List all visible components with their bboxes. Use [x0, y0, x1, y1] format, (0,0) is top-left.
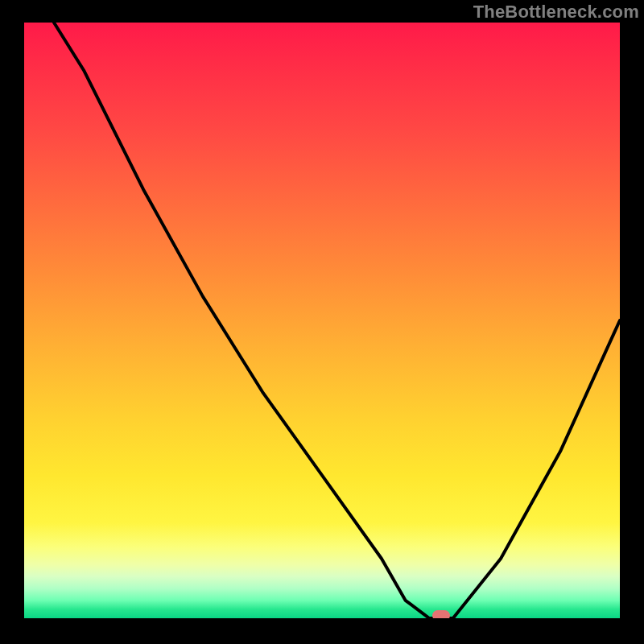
- optimal-point-marker: [432, 610, 450, 618]
- chart-frame: TheBottleneck.com: [0, 0, 644, 644]
- plot-area: [24, 23, 620, 618]
- watermark-text: TheBottleneck.com: [473, 2, 639, 23]
- bottleneck-curve: [24, 23, 620, 618]
